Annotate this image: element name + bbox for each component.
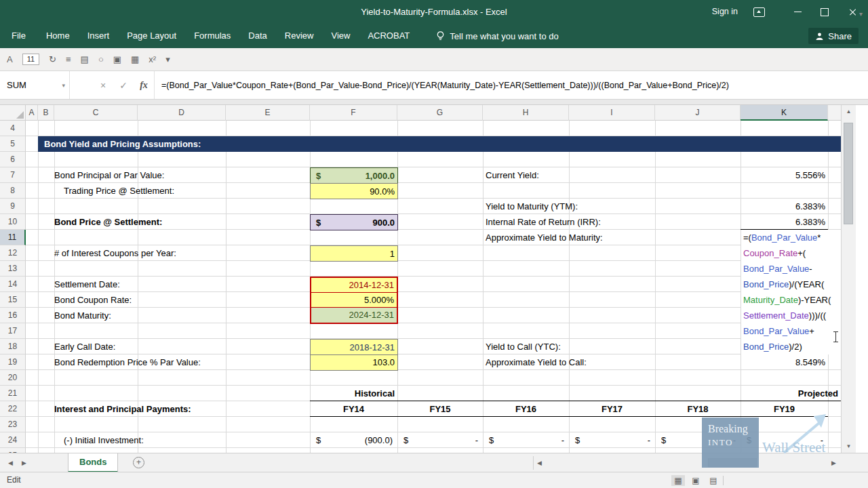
normal-view-icon[interactable]: ▦ bbox=[671, 475, 685, 486]
row-header-5[interactable]: 5 bbox=[0, 136, 26, 152]
row-header-10[interactable]: 10 bbox=[0, 214, 26, 230]
row-header-23[interactable]: 23 bbox=[0, 417, 26, 432]
name-box-resize-handle[interactable] bbox=[70, 71, 93, 99]
quick-access-toolbar: A11↻≡▤○▣▦x²▾ bbox=[0, 48, 868, 71]
ribbon-tab-formulas[interactable]: Formulas bbox=[185, 24, 239, 48]
ribbon-tab-file[interactable]: File bbox=[0, 24, 37, 48]
ribbon-tab-home[interactable]: Home bbox=[37, 24, 79, 48]
gridline bbox=[38, 121, 39, 453]
column-header-C[interactable]: C bbox=[54, 105, 138, 121]
ribbon-tab-insert[interactable]: Insert bbox=[79, 24, 119, 48]
divider bbox=[0, 100, 868, 105]
select-all-corner[interactable] bbox=[0, 105, 26, 121]
insert-function-button[interactable]: fx bbox=[134, 71, 154, 99]
column-headers: ABCDEFGHIJK bbox=[0, 105, 841, 121]
column-header-J[interactable]: J bbox=[655, 105, 741, 121]
gridline bbox=[310, 121, 311, 453]
ribbon-display-options-icon[interactable] bbox=[753, 7, 765, 17]
row-header-7[interactable]: 7 bbox=[0, 167, 26, 183]
gridline bbox=[483, 121, 484, 453]
share-button[interactable]: Share bbox=[808, 28, 859, 44]
name-box-dropdown-icon[interactable]: ▾ bbox=[62, 82, 65, 89]
formula-input[interactable]: =(Bond_Par_Value*Coupon_Rate+(Bond_Par_V… bbox=[154, 71, 868, 99]
gridline bbox=[741, 121, 741, 453]
page-layout-view-icon[interactable]: ▣ bbox=[689, 475, 703, 486]
column-header-G[interactable]: G bbox=[397, 105, 483, 121]
table-icon[interactable]: ▤ bbox=[81, 55, 89, 64]
column-header-A[interactable]: A bbox=[26, 105, 38, 121]
column-header-I[interactable]: I bbox=[569, 105, 655, 121]
sheet-tab-bonds[interactable]: Bonds bbox=[68, 453, 118, 472]
add-sheet-button[interactable]: + bbox=[133, 457, 144, 468]
vertical-scrollbar-thumb[interactable] bbox=[844, 123, 853, 224]
share-label: Share bbox=[828, 31, 852, 41]
page-break-view-icon[interactable]: ▤ bbox=[707, 475, 720, 486]
name-box-value: SUM bbox=[7, 80, 26, 90]
row-header-17[interactable]: 17 bbox=[0, 323, 26, 339]
borders-icon[interactable]: ▦ bbox=[131, 55, 139, 64]
font-size-icon[interactable]: 11 bbox=[22, 54, 39, 65]
row-header-25[interactable]: 25 bbox=[0, 448, 26, 453]
row-header-15[interactable]: 15 bbox=[0, 292, 26, 308]
ribbon-tab-acrobat[interactable]: ACROBAT bbox=[359, 24, 418, 48]
cancel-button[interactable]: × bbox=[93, 71, 113, 99]
scroll-down-icon[interactable]: ▼ bbox=[842, 443, 856, 449]
column-header-D[interactable]: D bbox=[138, 105, 226, 121]
gridline bbox=[54, 121, 55, 453]
row-header-11[interactable]: 11 bbox=[0, 230, 26, 245]
sheet-grid[interactable] bbox=[26, 121, 841, 453]
maximize-button[interactable] bbox=[812, 0, 837, 24]
row-header-19[interactable]: 19 bbox=[0, 354, 26, 370]
minimize-button[interactable] bbox=[785, 0, 810, 24]
row-header-16[interactable]: 16 bbox=[0, 308, 26, 323]
row-header-8[interactable]: 8 bbox=[0, 183, 26, 199]
row-header-13[interactable]: 13 bbox=[0, 261, 26, 277]
name-box[interactable]: SUM ▾ bbox=[0, 71, 69, 99]
row-header-12[interactable]: 12 bbox=[0, 245, 26, 261]
qat-overflow-icon[interactable]: ▾ bbox=[165, 55, 170, 64]
ribbon-tab-review[interactable]: Review bbox=[276, 24, 323, 48]
row-header-21[interactable]: 21 bbox=[0, 386, 26, 401]
ribbon-tab-bar: File Home Insert Page Layout Formulas Da… bbox=[0, 24, 868, 48]
redo-icon[interactable]: ↻ bbox=[49, 55, 56, 64]
row-header-24[interactable]: 24 bbox=[0, 432, 26, 448]
formula-bar-expand-icon[interactable]: ▾ bbox=[859, 10, 863, 18]
column-header-B[interactable]: B bbox=[38, 105, 54, 121]
enter-button[interactable]: ✓ bbox=[113, 71, 134, 99]
sheet-nav-right-icon[interactable]: ▶ bbox=[22, 460, 26, 466]
hscroll-right-icon[interactable]: ▶ bbox=[831, 460, 836, 466]
column-header-E[interactable]: E bbox=[226, 105, 310, 121]
row-header-6[interactable]: 6 bbox=[0, 152, 26, 167]
ribbon-tab-page-layout[interactable]: Page Layout bbox=[118, 24, 185, 48]
tell-me-box[interactable]: Tell me what you want to do bbox=[436, 30, 558, 41]
superscript-icon[interactable]: x² bbox=[149, 55, 156, 64]
column-header-H[interactable]: H bbox=[483, 105, 569, 121]
sign-in-link[interactable]: Sign in bbox=[712, 0, 738, 24]
hscroll-left-icon[interactable]: ◀ bbox=[537, 460, 542, 466]
column-header-F[interactable]: F bbox=[310, 105, 397, 121]
row-header-14[interactable]: 14 bbox=[0, 277, 26, 292]
divider bbox=[723, 476, 724, 485]
row-header-9[interactable]: 9 bbox=[0, 199, 26, 214]
row-header-4[interactable]: 4 bbox=[0, 121, 26, 136]
camera-icon[interactable]: ▣ bbox=[113, 55, 121, 64]
vertical-scrollbar[interactable]: ▲ ▼ bbox=[841, 105, 856, 453]
font-icon[interactable]: A bbox=[7, 55, 13, 64]
row-header-22[interactable]: 22 bbox=[0, 401, 26, 417]
gridline bbox=[226, 121, 226, 453]
align-icon[interactable]: ≡ bbox=[66, 55, 71, 64]
watermark-wall-street: Wall Street bbox=[762, 439, 825, 456]
sheet-nav-left-icon[interactable]: ◀ bbox=[8, 460, 13, 466]
ribbon-tab-data[interactable]: Data bbox=[239, 24, 275, 48]
gridline bbox=[138, 121, 138, 453]
title-bar: Yield-to-Maturity-Formula.xlsx - Excel S… bbox=[0, 0, 868, 24]
shape-icon[interactable]: ○ bbox=[98, 55, 104, 64]
formula-text: =(Bond_Par_Value*Coupon_Rate+(Bond_Par_V… bbox=[161, 81, 729, 90]
column-header-K[interactable]: K bbox=[741, 105, 828, 121]
row-header-20[interactable]: 20 bbox=[0, 370, 26, 386]
row-header-18[interactable]: 18 bbox=[0, 339, 26, 354]
ribbon-tab-view[interactable]: View bbox=[322, 24, 359, 48]
scroll-up-icon[interactable]: ▲ bbox=[842, 108, 856, 115]
status-bar: Edit ▦ ▣ ▤ bbox=[0, 472, 868, 488]
gridline bbox=[569, 121, 570, 453]
